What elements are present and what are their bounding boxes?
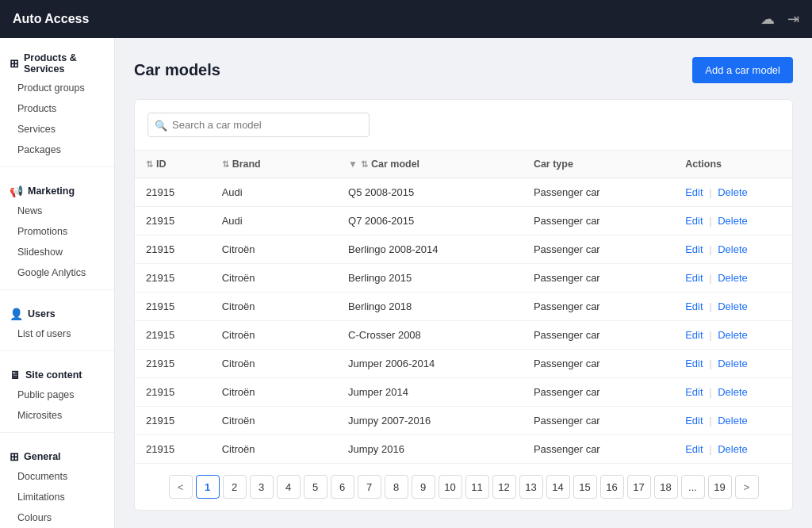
col-header-brand: ⇅ Brand	[211, 151, 337, 178]
sidebar-section-site-content: 🖥 Site content Public pages Microsites	[0, 354, 114, 429]
sort-icon-carmodel[interactable]: ⇅	[361, 159, 368, 170]
sidebar-header-users[interactable]: 👤 Users	[0, 301, 114, 323]
sidebar-item-promotions[interactable]: Promotions	[0, 221, 114, 242]
sort-icon-id[interactable]: ⇅	[146, 159, 153, 170]
sidebar-header-site-content[interactable]: 🖥 Site content	[0, 362, 114, 385]
sidebar-item-google-analytics[interactable]: Google Anlytics	[0, 262, 114, 283]
pagination-page-4[interactable]: 4	[277, 475, 301, 499]
delete-link[interactable]: Delete	[718, 272, 748, 284]
cell-car-model: C-Crosser 2008	[337, 321, 523, 350]
cell-actions: Edit | Delete	[674, 378, 792, 407]
cell-brand: Citroën	[211, 435, 337, 464]
delete-link[interactable]: Delete	[718, 329, 748, 341]
pagination-page-10[interactable]: 10	[439, 475, 462, 499]
cell-actions: Edit | Delete	[674, 407, 792, 435]
cell-actions: Edit | Delete	[674, 264, 792, 293]
table-row: 21915 Citroën Berlingo 2015 Passenger ca…	[135, 264, 792, 293]
sidebar-item-documents[interactable]: Documents	[0, 466, 114, 487]
sidebar-item-limitations[interactable]: Limitations	[0, 487, 114, 507]
cell-car-type: Passenger car	[523, 321, 674, 350]
cell-car-type: Passenger car	[523, 264, 674, 293]
pagination-page-9[interactable]: 9	[412, 475, 435, 499]
delete-link[interactable]: Delete	[718, 443, 748, 455]
app-title: Auto Access	[13, 12, 89, 26]
delete-link[interactable]: Delete	[718, 415, 748, 427]
edit-link[interactable]: Edit	[685, 300, 703, 312]
sidebar-item-slideshow[interactable]: Slideshow	[0, 242, 114, 262]
search-bar: 🔍	[135, 100, 792, 151]
pagination-page-18[interactable]: 18	[654, 475, 678, 499]
app-layout: ⊞ Products & Services Product groups Pro…	[0, 38, 812, 528]
delete-link[interactable]: Delete	[718, 300, 748, 312]
cell-id: 21915	[135, 264, 211, 293]
cell-id: 21915	[135, 235, 211, 264]
filter-icon[interactable]: ▼	[348, 159, 358, 170]
action-separator: |	[709, 300, 711, 312]
cell-id: 21915	[135, 407, 211, 435]
edit-link[interactable]: Edit	[685, 215, 703, 227]
header-actions: ☁ ⇥	[760, 10, 799, 28]
col-header-actions: Actions	[674, 151, 792, 178]
cell-id: 21915	[135, 293, 211, 321]
edit-link[interactable]: Edit	[685, 243, 703, 255]
edit-link[interactable]: Edit	[685, 443, 703, 455]
sidebar-header-products[interactable]: ⊞ Products & Services	[0, 46, 114, 78]
edit-link[interactable]: Edit	[685, 358, 703, 369]
delete-link[interactable]: Delete	[718, 386, 748, 398]
delete-link[interactable]: Delete	[718, 215, 748, 227]
pagination-page-8[interactable]: 8	[385, 475, 408, 499]
cell-brand: Citroën	[211, 407, 337, 435]
sidebar-item-packages[interactable]: Packages	[0, 140, 114, 160]
pagination-page-5[interactable]: 5	[304, 475, 327, 499]
delete-link[interactable]: Delete	[718, 243, 748, 255]
pagination-page-2[interactable]: 2	[223, 475, 247, 499]
sidebar-section-label-general: General	[24, 451, 61, 462]
cell-brand: Citroën	[211, 350, 337, 378]
edit-link[interactable]: Edit	[685, 329, 703, 341]
pagination-page-11[interactable]: 11	[465, 475, 489, 499]
cloud-icon[interactable]: ☁	[760, 10, 775, 28]
cell-car-type: Passenger car	[523, 435, 674, 464]
search-input[interactable]	[147, 113, 370, 137]
edit-link[interactable]: Edit	[685, 386, 703, 398]
sidebar-header-marketing[interactable]: 📢 Marketing	[0, 178, 114, 201]
pagination-page-14[interactable]: 14	[546, 475, 570, 499]
table-row: 21915 Citroën Jumpy 2007-2016 Passenger …	[135, 407, 792, 435]
pagination-next[interactable]: >	[735, 475, 759, 499]
col-header-car-model: ▼ ⇅ Car model	[337, 151, 523, 178]
pagination-page-19[interactable]: 19	[708, 475, 732, 499]
pagination-page-15[interactable]: 15	[573, 475, 597, 499]
sidebar-item-news[interactable]: News	[0, 201, 114, 221]
divider-4	[0, 432, 114, 433]
sidebar-header-general[interactable]: ⊞ General	[0, 444, 114, 466]
logout-icon[interactable]: ⇥	[787, 10, 799, 28]
pagination-page-3[interactable]: 3	[250, 475, 274, 499]
pagination-prev[interactable]: <	[169, 475, 193, 499]
pagination-page-16[interactable]: 16	[600, 475, 624, 499]
delete-link[interactable]: Delete	[718, 186, 748, 198]
edit-link[interactable]: Edit	[685, 415, 703, 427]
sort-icon-brand[interactable]: ⇅	[222, 159, 229, 170]
edit-link[interactable]: Edit	[685, 186, 703, 198]
delete-link[interactable]: Delete	[718, 358, 748, 369]
table-row: 21915 Citroën Jumper 2014 Passenger car …	[135, 378, 792, 407]
pagination-page-1[interactable]: 1	[196, 475, 220, 499]
sidebar-item-products[interactable]: Products	[0, 98, 114, 119]
sidebar-item-public-pages[interactable]: Public pages	[0, 385, 114, 405]
sidebar-item-services[interactable]: Services	[0, 119, 114, 140]
action-separator: |	[709, 415, 711, 427]
pagination-page-7[interactable]: 7	[358, 475, 381, 499]
sidebar-item-product-groups[interactable]: Product groups	[0, 78, 114, 98]
monitor-icon: 🖥	[10, 369, 21, 381]
edit-link[interactable]: Edit	[685, 272, 703, 284]
pagination-page-12[interactable]: 12	[492, 475, 516, 499]
cell-brand: Citroën	[211, 235, 337, 264]
sidebar-item-colours[interactable]: Colours	[0, 507, 114, 528]
cell-car-model: Jumpy 2016	[337, 435, 523, 464]
sidebar-item-microsites[interactable]: Microsites	[0, 405, 114, 426]
pagination-page-17[interactable]: 17	[627, 475, 651, 499]
sidebar-item-list-of-users[interactable]: List of users	[0, 323, 114, 344]
pagination-page-6[interactable]: 6	[331, 475, 354, 499]
add-car-model-button[interactable]: Add a car model	[692, 57, 793, 83]
pagination-page-13[interactable]: 13	[519, 475, 543, 499]
